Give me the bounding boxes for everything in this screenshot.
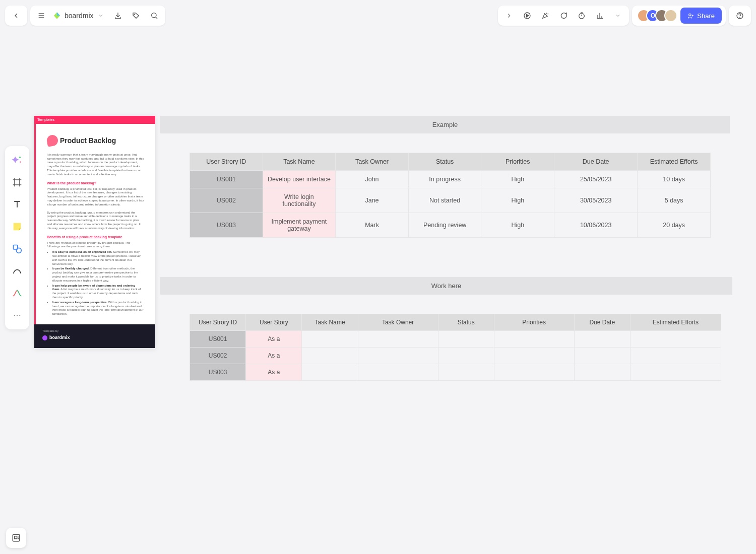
magic-tool[interactable]: [7, 150, 27, 170]
example-section[interactable]: Example User Strory ID Task Name Task Ow…: [160, 116, 730, 247]
svg-point-17: [689, 14, 691, 16]
template-footer: Template by boardmix: [34, 324, 155, 348]
comment-button[interactable]: [554, 7, 573, 25]
chevron-down-icon: [98, 13, 104, 19]
work-header: Work here: [160, 277, 732, 295]
timer-button[interactable]: [573, 7, 591, 25]
share-button[interactable]: Share: [680, 8, 722, 24]
chart-button[interactable]: [591, 7, 609, 25]
svg-point-22: [19, 157, 21, 159]
template-benefits-list: It is easy to compose as an organized li…: [47, 250, 144, 316]
brand-name: boardmix: [65, 12, 94, 20]
template-title-row: Product Backlog: [47, 135, 144, 146]
svg-line-8: [546, 13, 547, 14]
template-h2: Benefits of using a product backlog temp…: [47, 235, 144, 239]
template-title: Product Backlog: [60, 136, 116, 145]
svg-point-23: [20, 161, 21, 163]
table-row[interactable]: US002 As a: [190, 348, 721, 364]
template-intro: It is really common that a team may jugg…: [47, 153, 144, 177]
svg-point-32: [14, 315, 15, 316]
more-tools[interactable]: [7, 305, 27, 325]
text-tool[interactable]: [7, 194, 27, 215]
template-card[interactable]: Templates Product Backlog It is really c…: [34, 116, 155, 348]
example-table[interactable]: User Strory ID Task Name Task Owner Stat…: [190, 153, 711, 238]
more-dropdown[interactable]: [609, 7, 627, 25]
celebrate-button[interactable]: [536, 7, 554, 25]
table-row[interactable]: US002 Write login functionality Jane Not…: [190, 188, 711, 213]
table-row[interactable]: US003 As a: [190, 364, 721, 381]
template-h1: What is the product backlog?: [47, 181, 144, 185]
svg-marker-7: [527, 14, 529, 17]
blob-icon: [46, 134, 58, 147]
svg-point-10: [579, 13, 585, 19]
work-section[interactable]: Work here User Strory ID User Story Task…: [160, 277, 732, 390]
example-header: Example: [160, 116, 730, 133]
top-toolbar: boardmix: [5, 5, 751, 26]
download-button[interactable]: [109, 7, 127, 25]
document-title[interactable]: boardmix: [50, 11, 109, 20]
svg-line-5: [155, 17, 157, 19]
layers-button[interactable]: [6, 528, 26, 548]
work-table[interactable]: User Strory ID User Story Task Name Task…: [190, 314, 721, 381]
svg-point-21: [740, 17, 740, 18]
svg-point-31: [16, 248, 21, 253]
share-label: Share: [697, 12, 715, 20]
template-tag: Templates: [34, 116, 155, 124]
back-button[interactable]: [7, 7, 25, 25]
boardmix-logo-icon: [42, 335, 47, 340]
table-header-row: User Strory ID User Story Task Name Task…: [190, 314, 721, 331]
collaborator-avatars[interactable]: O: [637, 9, 677, 22]
svg-rect-36: [15, 536, 17, 539]
search-button[interactable]: [145, 7, 163, 25]
play-button[interactable]: [518, 7, 536, 25]
table-header-row: User Strory ID Task Name Task Owner Stat…: [190, 153, 711, 171]
frame-tool[interactable]: [7, 172, 27, 192]
svg-point-3: [134, 14, 135, 15]
menu-button[interactable]: [32, 7, 50, 25]
tool-sidebar: [5, 146, 29, 329]
tag-button[interactable]: [127, 7, 145, 25]
template-by: Template by: [42, 329, 147, 333]
table-row[interactable]: US001 As a: [190, 331, 721, 348]
footer-brand: boardmix: [49, 335, 70, 341]
canvas[interactable]: Templates Product Backlog It is really c…: [34, 116, 756, 443]
table-row[interactable]: US003 Implement payment gateway Mark Pen…: [190, 213, 711, 238]
shape-tool[interactable]: [7, 239, 27, 259]
svg-rect-35: [13, 534, 19, 541]
svg-line-9: [548, 14, 548, 14]
help-button[interactable]: [731, 7, 749, 25]
pen-tool[interactable]: [7, 261, 27, 281]
sticky-note-tool[interactable]: [7, 217, 27, 237]
template-p2: By using the product backlog, group memb…: [47, 211, 144, 231]
chevron-right-button[interactable]: [500, 7, 518, 25]
table-row[interactable]: US001 Develop user interface John In pro…: [190, 171, 711, 188]
svg-point-4: [151, 13, 156, 18]
template-p3: There are myriads of benefits brought by…: [47, 241, 144, 249]
connector-tool[interactable]: [7, 283, 27, 303]
template-p1: Product backlog, a prioritized task list…: [47, 187, 144, 207]
svg-point-34: [19, 315, 20, 316]
svg-point-33: [17, 315, 18, 316]
